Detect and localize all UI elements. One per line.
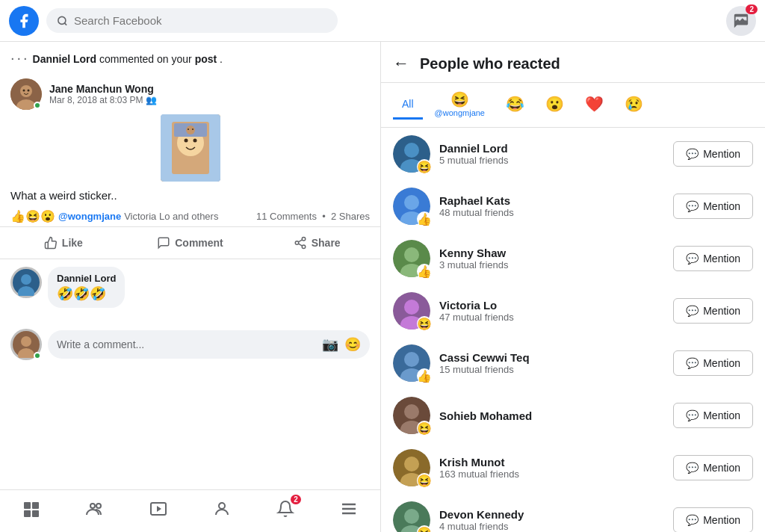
person-avatar: 👍 <box>393 240 430 277</box>
person-info: Kenny Shaw 3 mutual friends <box>439 247 664 270</box>
svg-point-18 <box>302 245 306 249</box>
svg-point-55 <box>404 404 419 419</box>
action-buttons: Like Comment Share <box>0 227 380 259</box>
person-reaction-badge: 😆 <box>417 525 432 532</box>
person-info: Sohieb Mohamed <box>439 409 664 422</box>
search-bar[interactable] <box>46 8 338 33</box>
person-item: 👍 Cassi Cewwi Teq 15 mutual friends 💬 Me… <box>381 337 765 389</box>
comment-author-name: Danniel Lord <box>57 273 116 284</box>
person-reaction-badge: 😆 <box>417 159 432 174</box>
camera-icon[interactable]: 📷 <box>322 336 338 353</box>
tab-love[interactable]: ❤️ <box>576 87 613 123</box>
svg-point-13 <box>186 126 195 134</box>
svg-line-19 <box>298 244 302 246</box>
comment-item: Danniel Lord 🤣🤣🤣 <box>10 267 370 308</box>
mention-button[interactable]: 💬 Mention <box>673 194 753 219</box>
back-button[interactable]: ← <box>393 54 409 73</box>
post-audience-icon: 👥 <box>146 95 157 105</box>
tab-cry[interactable]: 😢 <box>616 87 652 123</box>
mention-button[interactable]: 💬 Mention <box>673 141 753 167</box>
person-avatar: 😆 <box>393 449 430 486</box>
search-icon <box>57 15 68 27</box>
tab-haha-emoji: 😆 <box>450 90 469 108</box>
svg-point-49 <box>404 300 419 315</box>
person-info: Raphael Kats 48 mutual friends <box>439 194 664 218</box>
right-panel: ← People who reacted All 😆 @wongmjane 😂 … <box>381 42 765 532</box>
profile-nav-item[interactable] <box>203 498 241 520</box>
person-avatar: 😆 <box>393 397 430 434</box>
mention-btn-icon: 💬 <box>686 148 699 160</box>
like-button[interactable]: Like <box>0 230 127 256</box>
tab-wow[interactable]: 😮 <box>536 87 573 123</box>
mention-button[interactable]: 💬 Mention <box>673 507 753 532</box>
comment-emojis: 🤣🤣🤣 <box>57 285 116 302</box>
person-info: Krish Munot 163 mutual friends <box>439 456 664 480</box>
groups-nav-item[interactable] <box>76 498 114 520</box>
current-user-online <box>34 352 41 359</box>
mention-btn-icon: 💬 <box>686 305 699 317</box>
svg-point-0 <box>58 16 66 24</box>
share-icon <box>294 236 307 250</box>
mention-btn-label: Mention <box>703 200 740 212</box>
svg-line-20 <box>298 240 302 242</box>
mention-button[interactable]: 💬 Mention <box>673 246 753 271</box>
svg-line-1 <box>64 22 66 25</box>
notification-bar: ··· Danniel Lord commented on your post … <box>0 42 380 71</box>
reactions-row: 👍 😆 😮 @wongmjane Victoria Lo and others … <box>0 206 380 227</box>
search-input[interactable] <box>74 14 327 27</box>
mention-btn-icon: 💬 <box>686 462 699 474</box>
tab-laugh-emoji: 😂 <box>506 95 524 113</box>
post-text: What a weird sticker.. <box>0 182 380 206</box>
person-avatar: 😆 <box>393 292 430 330</box>
reaction-tabs: All 😆 @wongmjane 😂 😮 ❤️ 😢 <box>381 83 765 128</box>
tab-laugh[interactable]: 😂 <box>497 87 533 123</box>
tab-love-emoji: ❤️ <box>585 95 604 113</box>
like-icon <box>44 236 58 250</box>
person-mutual: 48 mutual friends <box>439 207 664 218</box>
groups-nav-icon <box>86 500 104 518</box>
svg-point-14 <box>188 129 189 130</box>
menu-nav-icon <box>340 500 358 518</box>
mention-btn-icon: 💬 <box>686 357 699 369</box>
person-item: 😆 Devon Kennedy 4 mutual friends 💬 Menti… <box>381 494 765 532</box>
comment-icon <box>157 236 170 250</box>
comment-input-row: Write a comment... 📷 😊 <box>0 323 380 366</box>
svg-point-5 <box>23 90 25 92</box>
comments-count: 11 Comments <box>256 211 317 222</box>
tab-all-label: All <box>402 98 414 110</box>
share-label: Share <box>312 237 341 249</box>
messenger-icon-button[interactable]: 2 <box>726 6 756 36</box>
svg-point-15 <box>192 129 193 130</box>
svg-point-40 <box>404 143 419 158</box>
mention-button[interactable]: 💬 Mention <box>673 403 753 428</box>
mention-btn-label: Mention <box>703 305 740 317</box>
notification-more-dots[interactable]: ··· <box>10 49 30 66</box>
watch-nav-item[interactable] <box>140 498 177 520</box>
comment-input-field[interactable]: Write a comment... 📷 😊 <box>48 330 370 359</box>
emoji-icon[interactable]: 😊 <box>344 336 361 353</box>
mention-btn-label: Mention <box>703 409 740 421</box>
tab-haha[interactable]: 😆 @wongmjane <box>426 83 494 127</box>
notifications-badge: 2 <box>291 495 301 504</box>
svg-rect-30 <box>32 510 39 517</box>
person-mutual: 163 mutual friends <box>439 468 664 480</box>
mention-button[interactable]: 💬 Mention <box>673 298 753 324</box>
mention-btn-label: Mention <box>703 514 740 526</box>
menu-nav-item[interactable] <box>330 498 368 520</box>
facebook-logo <box>9 6 39 36</box>
tab-all[interactable]: All <box>393 90 423 120</box>
mention-button[interactable]: 💬 Mention <box>673 455 753 480</box>
notifications-nav-item[interactable]: 2 <box>267 498 304 520</box>
person-avatar: 😆 <box>393 501 430 532</box>
comment-button[interactable]: Comment <box>127 230 254 256</box>
notification-period: . <box>220 53 223 65</box>
share-button[interactable]: Share <box>253 230 380 256</box>
post-container: Jane Manchun Wong Mar 8, 2018 at 8:03 PM… <box>0 71 380 489</box>
top-header: 2 <box>0 0 765 42</box>
tab-wow-emoji: 😮 <box>545 95 564 113</box>
mention-button[interactable]: 💬 Mention <box>673 350 753 376</box>
reactions-mention: @wongmjane <box>58 211 121 222</box>
right-panel-title: People who reacted <box>420 55 560 72</box>
home-nav-item[interactable] <box>13 498 50 520</box>
mention-btn-label: Mention <box>703 462 740 474</box>
